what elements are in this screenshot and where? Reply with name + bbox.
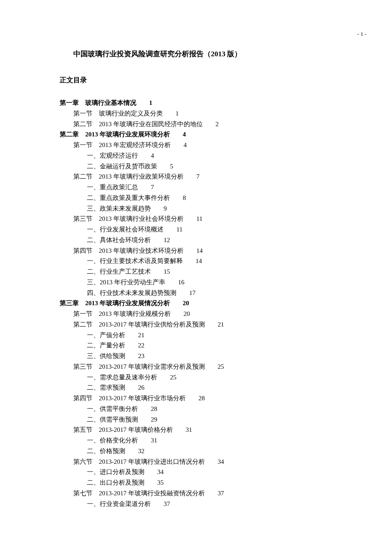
toc-entry-page: 32 bbox=[138, 448, 144, 454]
toc-gap bbox=[163, 110, 176, 117]
page-number: - 1 - bbox=[357, 31, 366, 38]
toc-gap bbox=[164, 226, 176, 233]
toc-gap bbox=[165, 279, 178, 286]
toc-entry-page: 25 bbox=[218, 363, 224, 370]
toc-gap bbox=[125, 342, 138, 349]
toc-entry-text: 第六节 2013-2017 年玻璃行业进出口情况分析 bbox=[73, 458, 205, 465]
toc-gap bbox=[125, 353, 138, 359]
toc-gap bbox=[171, 310, 184, 317]
toc-entry-text: 第五节 2013-2017 年玻璃价格分析 bbox=[73, 426, 173, 433]
toc-entry-text: 二、价格预测 bbox=[87, 448, 125, 454]
toc-entry-text: 二、出口分析及预测 bbox=[87, 479, 144, 486]
toc-entry-page: 26 bbox=[138, 384, 144, 391]
toc-entry-text: 二、金融运行及货币政策 bbox=[87, 163, 157, 170]
toc-entry: 三、政策未来发展趋势 9 bbox=[87, 203, 332, 214]
toc-entry-page: 23 bbox=[138, 353, 144, 359]
toc-entry-text: 一、宏观经济运行 bbox=[87, 152, 138, 159]
toc-gap bbox=[151, 500, 164, 507]
toc-entry: 第三章 2013 年玻璃行业发展情况分析 20 bbox=[60, 298, 332, 309]
toc-entry-text: 第七节 2013-2017 年玻璃行业投融资情况分析 bbox=[73, 490, 205, 497]
toc-entry-text: 第一章 玻璃行业基本情况 bbox=[60, 99, 136, 106]
toc-entry-page: 37 bbox=[218, 490, 224, 497]
toc-entry: 二、供需平衡预测 29 bbox=[87, 414, 332, 425]
toc-entry-text: 第三节 2013-2017 年玻璃行业需求分析及预测 bbox=[73, 363, 205, 370]
toc-entry: 第一章 玻璃行业基本情况 1 bbox=[60, 98, 332, 108]
toc-entry: 第五节 2013-2017 年玻璃价格分析 31 bbox=[73, 425, 332, 435]
toc-entry: 一、行业主要技术术语及简要解释 14 bbox=[87, 256, 332, 266]
toc-entry-text: 一、供需平衡分析 bbox=[87, 405, 138, 412]
toc-entry-page: 31 bbox=[151, 437, 157, 444]
document-content: 中国玻璃行业投资风险调查研究分析报告（2013 版） 正文目录 第一章 玻璃行业… bbox=[0, 0, 392, 509]
toc-entry-page: 11 bbox=[176, 226, 182, 233]
toc-entry-text: 一、进口分析及预测 bbox=[87, 468, 144, 475]
toc-gap bbox=[151, 205, 164, 212]
document-title: 中国玻璃行业投资风险调查研究分析报告（2013 版） bbox=[73, 49, 332, 59]
toc-entry-page: 17 bbox=[189, 289, 196, 296]
toc-entry-page: 22 bbox=[138, 342, 144, 349]
toc-gap bbox=[184, 173, 196, 180]
toc-entry-text: 二、供需平衡预测 bbox=[87, 416, 138, 423]
toc-entry: 三、供给预测 23 bbox=[87, 351, 332, 361]
toc-entry-text: 一、行业主要技术术语及简要解释 bbox=[87, 257, 183, 264]
toc-entry-text: 三、供给预测 bbox=[87, 353, 125, 359]
toc-gap bbox=[125, 448, 138, 454]
toc-entry: 二、行业生产工艺技术 15 bbox=[87, 266, 332, 277]
toc-entry: 第二章 2013 年玻璃行业发展环境分析 4 bbox=[60, 129, 332, 140]
toc-entry: 一、进口分析及预测 34 bbox=[87, 467, 332, 477]
toc-gap bbox=[205, 321, 218, 328]
toc-gap bbox=[138, 405, 151, 412]
toc-entry-page: 31 bbox=[186, 426, 192, 433]
toc-entry-page: 15 bbox=[164, 268, 170, 275]
toc-entry-text: 第二章 2013 年玻璃行业发展环境分析 bbox=[60, 131, 170, 138]
toc-entry-page: 21 bbox=[138, 332, 144, 338]
toc-gap bbox=[144, 468, 157, 475]
toc-gap bbox=[205, 490, 218, 497]
toc-entry-page: 5 bbox=[170, 163, 173, 170]
toc-entry: 第七节 2013-2017 年玻璃行业投融资情况分析 37 bbox=[73, 488, 332, 499]
toc-entry-page: 28 bbox=[151, 405, 157, 412]
toc-gap bbox=[138, 184, 151, 191]
toc-entry: 第二节 2013 年玻璃行业政策环境分析 7 bbox=[73, 171, 332, 182]
toc-gap bbox=[205, 458, 218, 465]
toc-entry: 第一节 2013 年玻璃行业规模分析 20 bbox=[73, 309, 332, 319]
toc-entry-text: 第二节 2013 年玻璃行业在国民经济中的地位 bbox=[73, 121, 203, 127]
toc-entry-text: 第三章 2013 年玻璃行业发展情况分析 bbox=[60, 300, 170, 306]
toc-entry: 第一节 玻璃行业的定义及分类 1 bbox=[73, 108, 332, 119]
toc-entry: 第二节 2013-2017 年玻璃行业供给分析及预测 21 bbox=[73, 319, 332, 330]
toc-entry: 二、重点政策及重大事件分析 8 bbox=[87, 193, 332, 203]
toc-gap bbox=[203, 121, 216, 127]
toc-entry-text: 第二节 2013 年玻璃行业政策环境分析 bbox=[73, 173, 184, 180]
toc-entry: 一、价格变化分析 31 bbox=[87, 435, 332, 446]
toc-entry-page: 14 bbox=[196, 247, 203, 254]
toc-entry-text: 一、重点政策汇总 bbox=[87, 184, 138, 191]
toc-gap bbox=[138, 437, 151, 444]
toc-entry-page: 11 bbox=[196, 215, 202, 222]
toc-gap bbox=[136, 99, 149, 106]
toc-entry: 三、2013 年行业劳动生产率 16 bbox=[87, 277, 332, 288]
toc-entry-page: 9 bbox=[164, 205, 167, 212]
toc-entry: 二、价格预测 32 bbox=[87, 446, 332, 457]
toc-gap bbox=[138, 416, 151, 423]
toc-entry-page: 29 bbox=[151, 416, 157, 423]
toc-gap bbox=[170, 194, 183, 201]
toc-entry-text: 二、具体社会环境分析 bbox=[87, 237, 151, 243]
toc-entry-text: 二、产量分析 bbox=[87, 342, 125, 349]
toc-entry-text: 第三节 2013 年玻璃行业社会环境分析 bbox=[73, 215, 184, 222]
toc-entry: 二、金融运行及货币政策 5 bbox=[87, 161, 332, 172]
toc-entry-page: 1 bbox=[149, 99, 153, 106]
toc-gap bbox=[171, 142, 184, 148]
toc-gap bbox=[151, 268, 164, 275]
toc-entry: 第六节 2013-2017 年玻璃行业进出口情况分析 34 bbox=[73, 457, 332, 467]
toc-entry-text: 二、需求预测 bbox=[87, 384, 125, 391]
toc-entry: 一、行业资金渠道分析 37 bbox=[87, 499, 332, 509]
toc-entry-text: 二、行业生产工艺技术 bbox=[87, 268, 151, 275]
toc-entry-text: 一、行业发展社会环境概述 bbox=[87, 226, 164, 233]
toc-gap bbox=[176, 289, 189, 296]
toc-entry: 第三节 2013 年玻璃行业社会环境分析 11 bbox=[73, 214, 332, 224]
toc-gap bbox=[186, 395, 199, 402]
toc-entry: 二、产量分析 22 bbox=[87, 340, 332, 351]
toc-entry: 二、需求预测 26 bbox=[87, 382, 332, 393]
toc-entry-page: 12 bbox=[164, 237, 170, 243]
toc-entry-page: 2 bbox=[216, 121, 219, 127]
toc-gap bbox=[157, 374, 170, 381]
